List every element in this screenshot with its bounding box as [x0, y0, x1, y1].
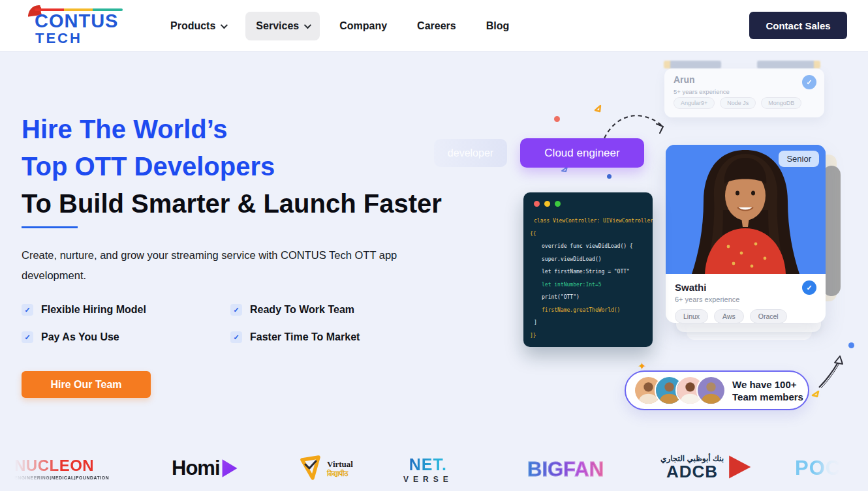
- check-icon: ✓: [22, 331, 33, 343]
- skill-tag: Node Js: [720, 97, 756, 109]
- sketch-arrow-icon: [815, 352, 848, 391]
- code-block: class ViewController: UIViewController {…: [523, 215, 653, 342]
- client-logo-virtual: Virtual विद्यापीठ: [297, 455, 353, 482]
- skill-tag: Linux: [675, 309, 708, 324]
- logo-text-contus: CONTUS: [35, 10, 118, 32]
- nav-item-products[interactable]: Products: [160, 12, 236, 40]
- logo-subtitle: विद्यापीठ: [327, 470, 353, 478]
- feature-item: ✓ Pay As You Use: [22, 331, 230, 343]
- code-line: {{: [523, 228, 653, 241]
- client-logo-strip: NUCLEON ENGINEERING|MEDICAL|FOUNDATION H…: [0, 451, 868, 491]
- decor-dot-red: [554, 116, 560, 122]
- client-logo-nucleon: NUCLEON ENGINEERING|MEDICAL|FOUNDATION: [14, 457, 109, 480]
- title-underline: [22, 226, 78, 228]
- header: CONTUS TECH Products Services Company Ca…: [0, 0, 868, 52]
- code-line: firstName.greatTheWorld(): [523, 304, 653, 317]
- close-icon: [534, 201, 540, 207]
- avatar-group: [634, 376, 726, 405]
- developer-card-swathi: Senior Swathi 6+ years experience Linux …: [666, 145, 826, 323]
- hero-title-line-2: Top OTT Developers: [22, 148, 442, 185]
- logo-text: Virtual: [327, 459, 353, 470]
- feature-item: ✓ Faster Time To Market: [230, 331, 426, 343]
- yellow-triangle-icon: [811, 389, 821, 399]
- logo-text: ADCB: [666, 463, 718, 480]
- skill-tag: Oracel: [750, 309, 787, 324]
- developer-experience: 6+ years experience: [675, 295, 816, 303]
- hero-title-line-1: Hire The World’s: [22, 111, 442, 148]
- feature-item: ✓ Ready To Work Team: [230, 304, 426, 316]
- feature-label: Ready To Work Team: [250, 304, 354, 316]
- code-line: let firstName:String = "OTT": [523, 265, 653, 279]
- client-logo-poc: PO C: [795, 457, 840, 480]
- next-section-edge: [0, 491, 868, 497]
- logo-text: BIGFAN: [527, 458, 604, 481]
- hero-title: Hire The World’s Top OTT Developers To B…: [22, 111, 442, 222]
- code-line: class ViewController: UIViewController: [523, 215, 653, 228]
- nav-item-company[interactable]: Company: [329, 12, 397, 40]
- skill-tag: Aws: [714, 309, 744, 324]
- contact-sales-button[interactable]: Contact Sales: [749, 12, 847, 39]
- nav-item-blog[interactable]: Blog: [476, 12, 520, 40]
- play-icon: [728, 454, 751, 480]
- team-members-line-1: We have 100+: [732, 378, 803, 391]
- code-line: print("OTT"): [523, 291, 653, 304]
- developer-experience: 5+ years experience: [674, 88, 730, 95]
- avatar: [696, 376, 726, 405]
- team-members-text: We have 100+ Team members: [732, 378, 803, 403]
- client-logo-homi: Homi: [172, 457, 238, 480]
- feature-item: ✓ Flexible Hiring Model: [22, 304, 230, 316]
- sparkle-icon: ✦: [638, 360, 646, 372]
- developer-info: Swathi 6+ years experience Linux Aws Ora…: [666, 274, 826, 324]
- code-line: super.viewDidLoad(): [523, 253, 653, 266]
- nav-label: Company: [339, 20, 387, 32]
- check-icon: ✓: [22, 304, 33, 316]
- client-logo-netverse: NET. VERSE: [403, 455, 453, 484]
- window-traffic-lights: [534, 201, 561, 207]
- skill-tag: Angular9+: [674, 97, 715, 109]
- logo-text: NUCLEON: [14, 457, 94, 475]
- client-logo-adcb: بنك أبوظبي التجاري ADCB: [660, 454, 751, 480]
- logo-text-tech: TECH: [35, 30, 82, 47]
- hero-title-line-3: To Build Smarter & Launch Faster: [22, 185, 442, 222]
- decor-dot-blue: [607, 174, 612, 179]
- hire-our-team-button[interactable]: Hire Our Team: [22, 371, 151, 398]
- code-editor-card: class ViewController: UIViewController {…: [523, 192, 653, 347]
- decor-dot-blue: [848, 342, 854, 348]
- logo-text: Homi: [172, 457, 220, 480]
- faded-carousel-card: [757, 61, 820, 68]
- team-members-pill: We have 100+ Team members: [625, 370, 809, 410]
- nav-label: Blog: [486, 20, 510, 32]
- brand-logo[interactable]: CONTUS TECH: [22, 3, 126, 50]
- team-members-line-2: Team members: [732, 391, 803, 403]
- skill-tags: Angular9+ Node Js MongoDB: [674, 97, 801, 109]
- code-line: ]: [523, 316, 653, 329]
- developer-card-arun: Arun 5+ years experience Angular9+ Node …: [664, 68, 824, 117]
- check-icon: ✓: [230, 304, 242, 316]
- feature-label: Pay As You Use: [41, 331, 119, 343]
- landing-page: CONTUS TECH Products Services Company Ca…: [0, 0, 868, 497]
- nav-item-services[interactable]: Services: [245, 12, 320, 40]
- code-line: let intNumber:Int=5: [523, 279, 653, 292]
- dashed-arrow-icon: [599, 106, 671, 142]
- feature-list: ✓ Flexible Hiring Model ✓ Ready To Work …: [22, 304, 426, 343]
- skill-tag: MongoDB: [761, 97, 801, 109]
- nav-label: Services: [256, 20, 299, 32]
- nav-item-careers[interactable]: Careers: [407, 12, 467, 40]
- nav-label: Products: [170, 20, 215, 32]
- skill-tags: Linux Aws Oracel: [675, 309, 816, 324]
- role-badge-developer: developer: [434, 139, 507, 167]
- virtual-logo-icon: [297, 455, 323, 482]
- client-logo-bigfan: BIGFAN: [527, 458, 604, 481]
- logo-text: NET.: [409, 455, 447, 474]
- developer-photo: Senior: [666, 145, 826, 274]
- chevron-down-icon: [221, 21, 228, 28]
- hero-description: Create, nurture, and grow your streaming…: [22, 245, 403, 285]
- logo-text-faded: C: [826, 457, 840, 480]
- code-line: override func viewDidLoad() {: [523, 240, 653, 253]
- logo-text: PO: [795, 457, 826, 480]
- logo-tagline: ENGINEERING|MEDICAL|FOUNDATION: [14, 475, 109, 480]
- play-icon: [221, 459, 238, 478]
- faded-carousel-card: [664, 61, 721, 68]
- minimize-icon: [544, 201, 550, 207]
- maximize-icon: [555, 201, 561, 207]
